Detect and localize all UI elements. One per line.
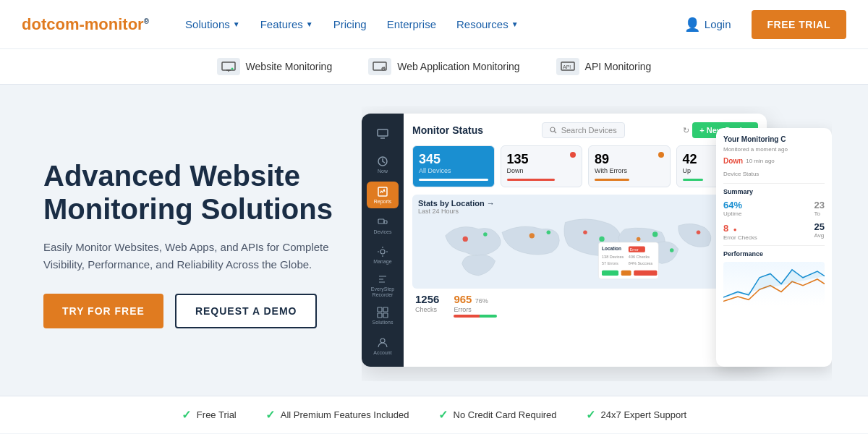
stat-all-devices[interactable]: 345 All Devices xyxy=(412,145,495,187)
chevron-down-icon: ▼ xyxy=(233,20,240,28)
error-avg-row: 8 ● Error Checks 25 Avg xyxy=(723,221,825,241)
refresh-icon[interactable]: ↻ xyxy=(683,126,689,135)
svg-point-26 xyxy=(599,236,604,241)
nav-pricing[interactable]: Pricing xyxy=(326,14,374,35)
stat-down[interactable]: 135 Down xyxy=(501,145,583,187)
checkmark-icon: ✓ xyxy=(586,408,595,422)
request-demo-button[interactable]: REQUEST A DEMO xyxy=(175,294,318,328)
summary-metrics: 64% Uptime 23 To xyxy=(723,200,825,217)
svg-rect-4 xyxy=(373,62,386,70)
dashboard-sidebar: Now Reports Devices Manage EveryStep Rec… xyxy=(362,114,404,367)
svg-rect-15 xyxy=(383,307,388,312)
svg-rect-39 xyxy=(602,270,618,275)
svg-point-22 xyxy=(483,232,488,237)
dashboard-search[interactable]: Search Devices xyxy=(542,122,625,138)
subnav-web-app-monitoring[interactable]: Web Application Monitoring xyxy=(368,58,519,75)
logo-text: dotcom-monitor® xyxy=(22,15,149,33)
summary-section: Summary xyxy=(723,183,825,195)
svg-rect-40 xyxy=(621,270,631,275)
svg-rect-16 xyxy=(378,313,382,318)
hero-title: Advanced Website Monitoring Solutions xyxy=(43,159,347,226)
total-metric: 23 To xyxy=(814,200,825,217)
svg-point-3 xyxy=(231,67,233,69)
svg-rect-11 xyxy=(378,219,384,224)
svg-point-30 xyxy=(697,230,701,234)
trademark: ® xyxy=(144,17,149,25)
overlay-title: Your Monitoring C xyxy=(723,135,825,143)
errors-bar xyxy=(454,315,497,318)
svg-point-23 xyxy=(529,233,535,238)
api-monitoring-icon: API xyxy=(556,58,579,75)
time-label: 10 min ago xyxy=(746,158,775,164)
svg-rect-14 xyxy=(378,307,382,312)
subnav-website-monitoring[interactable]: Website Monitoring xyxy=(217,58,333,75)
hero-buttons: TRY FOR FREE REQUEST A DEMO xyxy=(43,294,347,328)
sidebar-item-recorder[interactable]: EveryStep Recorder xyxy=(367,272,399,299)
hero-visual: Now Reports Devices Manage EveryStep Rec… xyxy=(362,106,832,381)
svg-text:84% Success: 84% Success xyxy=(629,261,653,265)
sidebar-item-manage[interactable]: Manage xyxy=(367,242,399,269)
dashboard-header: Monitor Status Search Devices ↻ + New De… xyxy=(412,122,758,138)
login-button[interactable]: 👤 Login xyxy=(677,12,739,37)
logo[interactable]: dotcom-monitor® xyxy=(22,15,149,34)
svg-point-25 xyxy=(583,230,587,234)
sidebar-item-account[interactable]: Account xyxy=(367,332,399,359)
svg-text:406 Checks: 406 Checks xyxy=(629,255,650,259)
svg-point-21 xyxy=(463,236,468,241)
checkmark-icon: ✓ xyxy=(182,408,191,422)
svg-text:138 Devices: 138 Devices xyxy=(602,255,624,259)
nav-solutions[interactable]: Solutions ▼ xyxy=(178,14,247,35)
bottom-stats: 1256 Checks 965 76% Errors xyxy=(412,293,758,318)
world-map-svg: Location Error 138 Devices 406 Checks 57… xyxy=(412,209,758,289)
overlay-card: Your Monitoring C Monitored a moment ago… xyxy=(716,128,832,367)
errors-stat: 965 76% Errors xyxy=(454,293,497,318)
main-nav: Solutions ▼ Features ▼ Pricing Enterpris… xyxy=(178,10,846,39)
sidebar-item-now[interactable]: Now xyxy=(367,151,399,179)
overlay-status: Down 10 min ago xyxy=(723,157,825,165)
dashboard-main: Monitor Status Search Devices ↻ + New De… xyxy=(404,114,767,367)
nav-enterprise[interactable]: Enterprise xyxy=(380,14,443,35)
sidebar-item-devices[interactable]: Devices xyxy=(367,211,399,239)
sidebar-item-monitor[interactable] xyxy=(367,121,399,148)
svg-rect-41 xyxy=(634,270,657,275)
footer-support: ✓ 24x7 Expert Support xyxy=(586,408,687,422)
free-trial-button[interactable]: FREE TRIAL xyxy=(752,10,846,39)
svg-rect-17 xyxy=(383,313,388,318)
checkmark-icon: ✓ xyxy=(438,408,448,422)
svg-point-24 xyxy=(547,230,551,234)
svg-text:Error: Error xyxy=(630,247,639,252)
svg-point-28 xyxy=(652,231,658,237)
nav-features[interactable]: Features ▼ xyxy=(253,14,320,35)
subnav-api-monitoring[interactable]: API API Monitoring xyxy=(556,58,652,75)
footer-premium: ✓ All Premium Features Included xyxy=(265,408,409,422)
chevron-down-icon: ▼ xyxy=(306,20,313,28)
avg-metric: 25 Avg xyxy=(814,221,825,241)
svg-point-27 xyxy=(637,237,641,241)
header: dotcom-monitor® Solutions ▼ Features ▼ P… xyxy=(0,0,868,49)
performance-chart xyxy=(723,262,825,305)
sidebar-item-reports[interactable]: Reports xyxy=(367,182,399,209)
stat-errors[interactable]: 89 With Errors xyxy=(588,145,671,187)
svg-point-29 xyxy=(670,248,674,252)
footer-free-trial: ✓ Free Trial xyxy=(182,408,237,422)
svg-point-18 xyxy=(380,339,385,343)
chevron-down-icon: ▼ xyxy=(511,20,519,28)
overlay-subtitle: Monitored a moment ago xyxy=(723,146,825,153)
error-icon: ● xyxy=(733,226,737,233)
svg-line-20 xyxy=(554,132,556,134)
map-area: Stats by Location → Last 24 Hours xyxy=(412,195,758,289)
svg-point-19 xyxy=(550,127,555,132)
warning-bar xyxy=(595,179,629,181)
sidebar-item-solutions[interactable]: Solutions xyxy=(367,302,399,330)
status-down-label: Down xyxy=(723,157,743,165)
nav-resources[interactable]: Resources ▼ xyxy=(449,14,526,35)
hero-description: Easily Monitor Websites, Web Apps, and A… xyxy=(43,239,347,273)
stat-cards: 345 All Devices 135 Down 89 With Errors xyxy=(412,145,758,187)
svg-text:Location: Location xyxy=(602,246,621,251)
error-checks-metric: 8 ● Error Checks xyxy=(723,221,757,241)
svg-text:API: API xyxy=(563,64,571,69)
hero-section: Advanced Website Monitoring Solutions Ea… xyxy=(0,85,868,396)
error-bar xyxy=(507,179,556,181)
try-for-free-button[interactable]: TRY FOR FREE xyxy=(43,294,163,328)
svg-point-13 xyxy=(380,250,385,254)
